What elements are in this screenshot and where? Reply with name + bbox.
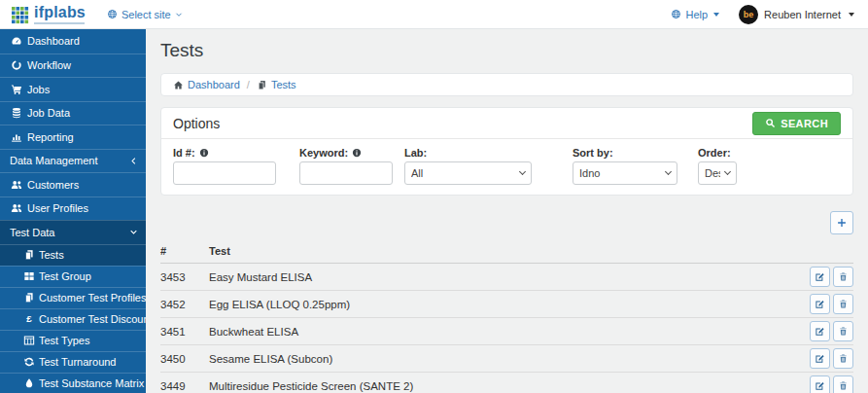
row-test-name: Multiresidue Pesticide Screen (SANTE 2)	[209, 373, 807, 393]
sync-icon	[23, 356, 35, 368]
order-field: Order:Des	[698, 147, 737, 185]
top-header: ifplabs Select site Help be Reuben Inter…	[0, 0, 868, 29]
sidebar-nav: DashboardWorkflowJobsJob DataReportingDa…	[0, 29, 146, 393]
delete-button[interactable]	[833, 267, 853, 287]
edit-button[interactable]	[810, 375, 830, 393]
sidebar-item-test-turnaround[interactable]: Test Turnaround	[0, 351, 146, 373]
home-icon	[173, 80, 184, 90]
trash-icon	[838, 271, 849, 282]
brand-name: ifplabs	[34, 5, 86, 20]
order-select[interactable]: Des	[698, 161, 737, 185]
field-label: Order:	[698, 147, 737, 159]
row-id: 3453	[160, 264, 209, 291]
globe-icon	[671, 9, 681, 19]
copy-icon	[23, 249, 35, 261]
sidebar-item-customers[interactable]: Customers	[0, 172, 146, 196]
row-id: 3450	[160, 345, 209, 373]
id-input[interactable]	[173, 161, 276, 185]
edit-icon	[815, 353, 825, 364]
avatar: be	[739, 5, 758, 24]
main-content: Tests Dashboard/Tests Options SEARCH Id …	[146, 29, 868, 393]
app-logo[interactable]: ifplabs	[12, 5, 86, 24]
keyword-input[interactable]	[299, 161, 393, 185]
lab-field: Lab:All	[404, 147, 532, 185]
delete-button[interactable]	[833, 375, 853, 393]
sidebar-item-user-profiles[interactable]: User Profiles	[0, 196, 146, 221]
edit-icon	[815, 380, 825, 391]
user-menu[interactable]: be Reuben Internet	[739, 5, 854, 24]
copy-icon	[257, 80, 267, 90]
row-test-name: Easy Mustard ELISA	[209, 264, 807, 291]
tests-table: # Test 3453Easy Mustard ELISA3452Egg ELI…	[160, 240, 853, 393]
trash-icon	[838, 353, 849, 364]
sidebar-item-workflow[interactable]: Workflow	[0, 54, 146, 78]
grid-icon	[23, 270, 35, 282]
table-row: 3450Sesame ELISA (Subcon)	[160, 345, 853, 373]
sidebar-item-customer-test-profiles[interactable]: Customer Test Profiles	[0, 287, 146, 308]
table-header-row: # Test	[160, 240, 853, 264]
sidebar-item-data-management[interactable]: Data Management	[0, 149, 146, 173]
help-dropdown[interactable]: Help	[671, 9, 719, 20]
edit-button[interactable]	[810, 321, 830, 341]
sidebar-item-customer-test-discounts[interactable]: Customer Test Discounts	[0, 308, 146, 330]
search-button[interactable]: SEARCH	[752, 112, 841, 135]
sidebar-item-reporting[interactable]: Reporting	[0, 125, 146, 149]
column-header-test: Test	[209, 240, 807, 264]
info-icon	[352, 148, 362, 158]
field-label: Id #:	[173, 147, 276, 159]
edit-button[interactable]	[810, 348, 830, 369]
column-header-actions	[807, 240, 853, 264]
table-row: 3453Easy Mustard ELISA	[160, 264, 853, 291]
logo-tagline	[34, 22, 85, 24]
edit-icon	[815, 271, 825, 282]
search-icon	[765, 118, 776, 128]
field-label: Keyword:	[299, 147, 393, 159]
sidebar-item-tests[interactable]: Tests	[0, 244, 146, 266]
cart-icon	[11, 84, 22, 95]
field-label: Lab:	[404, 147, 532, 159]
caret-down-icon	[713, 13, 719, 17]
lab-select[interactable]: All	[404, 161, 532, 185]
sort-by-select[interactable]: Idno	[573, 161, 677, 185]
pound-icon	[23, 313, 35, 325]
edit-button[interactable]	[810, 267, 830, 287]
sidebar-item-jobs[interactable]: Jobs	[0, 77, 146, 101]
field-label: Sort by:	[573, 147, 677, 159]
globe-icon	[107, 9, 118, 19]
table-row: 3452Egg ELISA (LLOQ 0.25ppm)	[160, 291, 853, 318]
droplet-icon	[23, 377, 35, 389]
row-id: 3451	[160, 318, 209, 345]
id-field: Id #:	[173, 147, 276, 185]
help-label: Help	[685, 9, 708, 20]
tachometer-icon	[11, 35, 22, 47]
add-button[interactable]	[830, 211, 853, 234]
select-site-label: Select site	[122, 9, 171, 20]
keyword-field: Keyword:	[299, 147, 393, 185]
logo-grid-icon	[12, 7, 29, 24]
breadcrumb-link-tests[interactable]: Tests	[257, 79, 296, 90]
sidebar-item-test-group[interactable]: Test Group	[0, 266, 146, 287]
delete-button[interactable]	[833, 294, 853, 314]
row-id: 3452	[160, 291, 209, 318]
sidebar-item-test-substance-matrix[interactable]: Test Substance Matrix	[0, 373, 146, 393]
page-title: Tests	[160, 40, 853, 61]
delete-button[interactable]	[833, 321, 853, 341]
sidebar-item-job-data[interactable]: Job Data	[0, 101, 146, 125]
row-id: 3449	[160, 373, 209, 393]
breadcrumb-separator: /	[247, 79, 250, 90]
sidebar-item-test-data[interactable]: Test Data	[0, 220, 146, 244]
delete-button[interactable]	[833, 348, 853, 369]
caret-down-icon	[849, 13, 854, 17]
table-icon	[23, 335, 35, 346]
row-test-name: Egg ELISA (LLOQ 0.25ppm)	[209, 291, 807, 318]
trash-icon	[838, 380, 849, 391]
edit-button[interactable]	[810, 294, 830, 314]
chevron-down-icon	[175, 11, 183, 18]
select-site-dropdown[interactable]: Select site	[107, 9, 183, 20]
users-icon	[11, 202, 22, 214]
database-icon	[11, 107, 22, 119]
row-test-name: Buckwheat ELISA	[209, 318, 807, 345]
breadcrumb-link-dashboard[interactable]: Dashboard	[173, 79, 240, 90]
sidebar-item-test-types[interactable]: Test Types	[0, 330, 146, 351]
sidebar-item-dashboard[interactable]: Dashboard	[0, 29, 146, 54]
